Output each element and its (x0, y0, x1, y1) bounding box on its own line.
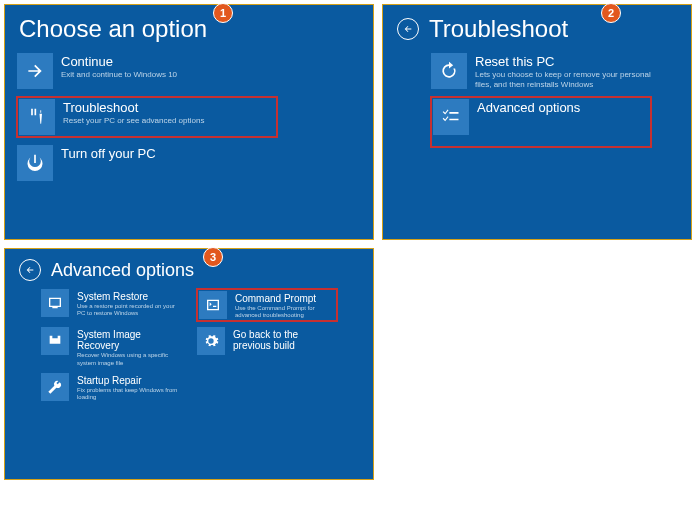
tile-advanced-options[interactable]: Advanced options (431, 97, 651, 147)
terminal-icon (199, 291, 227, 319)
panel3-title: Advanced options (51, 260, 194, 281)
tile-restore-sub: Use a restore point recorded on your PC … (77, 303, 181, 317)
tile-reset-pc[interactable]: Reset this PC Lets you choose to keep or… (431, 53, 651, 89)
tile-system-restore[interactable]: System Restore Use a restore point recor… (41, 289, 181, 321)
panel-choose-option: 1 Choose an option Continue Exit and con… (4, 4, 374, 240)
tile-goback-title: Go back to the previous build (233, 329, 337, 351)
image-recovery-icon (41, 327, 69, 355)
tile-power-off[interactable]: Turn off your PC (17, 145, 277, 181)
gear-icon (197, 327, 225, 355)
back-button[interactable] (397, 18, 419, 40)
tile-continue[interactable]: Continue Exit and continue to Windows 10 (17, 53, 277, 89)
tile-cmd-sub: Use the Command Prompt for advanced trou… (235, 305, 335, 319)
panel-advanced-options: 3 Advanced options System Restore Use a … (4, 248, 374, 480)
checklist-icon (433, 99, 469, 135)
wrench-icon (41, 373, 69, 401)
panel3-tiles: System Restore Use a restore point recor… (5, 285, 373, 411)
panel2-header: Troubleshoot (383, 5, 691, 47)
panel1-title: Choose an option (19, 15, 207, 43)
tile-continue-title: Continue (61, 55, 177, 69)
tile-troubleshoot-sub: Reset your PC or see advanced options (63, 116, 204, 126)
tile-startup-sub: Fix problems that keep Windows from load… (77, 387, 181, 401)
tile-system-image-recovery[interactable]: System Image Recovery Recover Windows us… (41, 327, 181, 366)
step-badge-1: 1 (213, 3, 233, 23)
panel-troubleshoot: 2 Troubleshoot Reset this PC Lets you ch… (382, 4, 692, 240)
panel2-title: Troubleshoot (429, 15, 568, 43)
tile-advanced-title: Advanced options (477, 101, 580, 115)
tile-command-prompt[interactable]: Command Prompt Use the Command Prompt fo… (197, 289, 337, 321)
power-icon (17, 145, 53, 181)
reset-icon (431, 53, 467, 89)
steps-grid: 1 Choose an option Continue Exit and con… (0, 0, 699, 484)
tile-startup-title: Startup Repair (77, 375, 181, 386)
tile-cmd-title: Command Prompt (235, 293, 335, 304)
back-button[interactable] (19, 259, 41, 281)
panel1-tiles: Continue Exit and continue to Windows 10… (5, 47, 373, 195)
tile-power-title: Turn off your PC (61, 147, 156, 161)
tile-image-title: System Image Recovery (77, 329, 181, 351)
tile-continue-sub: Exit and continue to Windows 10 (61, 70, 177, 80)
tile-startup-repair[interactable]: Startup Repair Fix problems that keep Wi… (41, 373, 181, 401)
panel2-tiles: Reset this PC Lets you choose to keep or… (383, 47, 691, 161)
tile-troubleshoot-title: Troubleshoot (63, 101, 204, 115)
tile-image-sub: Recover Windows using a specific system … (77, 352, 181, 366)
restore-icon (41, 289, 69, 317)
panel1-header: Choose an option (5, 5, 373, 47)
step-badge-3: 3 (203, 247, 223, 267)
tile-restore-title: System Restore (77, 291, 181, 302)
arrow-right-icon (17, 53, 53, 89)
panel3-header: Advanced options (5, 249, 373, 285)
tile-reset-title: Reset this PC (475, 55, 651, 69)
tile-go-back[interactable]: Go back to the previous build (197, 327, 337, 366)
tile-reset-sub: Lets you choose to keep or remove your p… (475, 70, 651, 89)
tile-troubleshoot[interactable]: Troubleshoot Reset your PC or see advanc… (17, 97, 277, 137)
tools-icon (19, 99, 55, 135)
step-badge-2: 2 (601, 3, 621, 23)
